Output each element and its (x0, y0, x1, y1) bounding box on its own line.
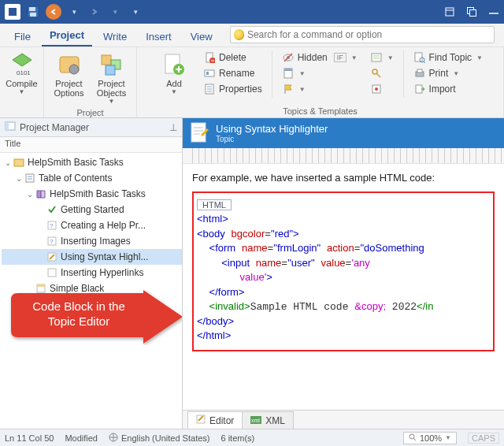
column-header-title[interactable]: Title (0, 137, 182, 153)
import-label: Import (429, 84, 456, 95)
zoom-value: 100% (420, 433, 442, 443)
add-button[interactable]: Add ▼ (154, 50, 194, 97)
tab-view[interactable]: View (183, 28, 220, 46)
svg-rect-27 (372, 54, 381, 61)
delete-button[interactable]: Delete (200, 50, 265, 65)
document-icon (189, 121, 209, 146)
svg-rect-45 (48, 269, 56, 277)
tree-label: HelpSmith Basic Tasks (50, 188, 146, 199)
maximize-icon[interactable] (466, 6, 477, 17)
chevron-down-icon: ▼ (351, 54, 358, 61)
svg-text:?: ? (50, 238, 54, 245)
svg-rect-35 (416, 85, 422, 93)
svg-rect-5 (446, 8, 454, 16)
project-tree[interactable]: ⌄HelpSmith Basic Tasks ⌄Table of Content… (0, 153, 182, 429)
add-label: Add (166, 79, 182, 88)
code-block[interactable]: HTML <html> <body bgcolor="red"> <form n… (192, 191, 495, 351)
svg-point-30 (375, 87, 378, 91)
status-bar: Ln 11 Col 50 Modified English (United St… (0, 429, 504, 446)
status-language[interactable]: English (United States) (109, 433, 210, 444)
context-button[interactable]: ▼ (367, 50, 397, 65)
tree-folder[interactable]: ⌄HelpSmith Basic Tasks (2, 186, 182, 202)
project-objects-button[interactable]: Project Objects ▼ (92, 50, 132, 106)
hidden-label: Hidden (298, 52, 328, 63)
chevron-down-icon: ▼ (476, 54, 483, 61)
project-options-button[interactable]: Project Options (50, 50, 89, 99)
document-title: Using Syntax Highlighter (216, 123, 328, 135)
tab-editor[interactable]: Editor (187, 411, 243, 429)
pin-icon[interactable]: ⊥ (169, 122, 177, 133)
minimize-icon[interactable] (488, 9, 499, 15)
editor-body[interactable]: For example, we have inserted a sample H… (183, 164, 504, 410)
keywords-button[interactable] (367, 66, 397, 80)
tree-topic-2[interactable]: ?Creating a Help Pr... (2, 217, 182, 233)
rename-label: Rename (219, 68, 254, 79)
tab-write[interactable]: Write (95, 28, 135, 46)
tab-editor-label: Editor (209, 415, 234, 426)
svg-text:0101: 0101 (17, 69, 31, 76)
editor-panel: Using Syntax Highlighter Topic For examp… (183, 118, 504, 429)
tab-xml[interactable]: xmlXML (242, 411, 294, 429)
redo-icon[interactable] (87, 4, 102, 20)
compile-button[interactable]: 0101 Compile ▼ (2, 50, 42, 97)
rename-icon (203, 67, 216, 80)
tree-topic-5[interactable]: Inserting Hyperlinks (2, 265, 182, 281)
chevron-down-icon: ▼ (453, 70, 459, 77)
anchors-button[interactable] (367, 82, 397, 96)
print-label: Print (429, 68, 449, 79)
tree-topic-1[interactable]: Getting Started (2, 202, 182, 217)
xml-tab-icon: xml (250, 415, 261, 426)
callout-text-2: Topic Editor (16, 314, 142, 329)
zoom-control[interactable]: 100%▼ (403, 432, 457, 444)
hidden-icon (282, 51, 295, 64)
tree-root[interactable]: ⌄HelpSmith Basic Tasks (2, 154, 182, 170)
qat-customize-icon[interactable]: ▾ (128, 4, 143, 20)
if-badge[interactable]: IF (334, 53, 346, 62)
svg-rect-14 (106, 65, 115, 75)
svg-rect-1 (9, 8, 17, 16)
hidden-button[interactable]: Hidden IF▼ (279, 50, 361, 65)
delete-icon (203, 51, 216, 64)
qat-chevron-down-icon-2[interactable]: ▾ (107, 4, 123, 20)
project-options-icon (57, 52, 82, 77)
tab-insert[interactable]: Insert (138, 28, 180, 46)
undo-icon[interactable] (46, 4, 61, 20)
template-button[interactable]: ▼ (279, 66, 361, 80)
ribbon-options-icon[interactable] (444, 6, 455, 17)
panel-icon (5, 121, 16, 134)
chevron-down-icon: ▼ (171, 88, 177, 95)
project-icon (13, 156, 25, 169)
properties-button[interactable]: Properties (200, 82, 265, 96)
status-flag-button[interactable]: ▼ (279, 82, 361, 96)
rename-button[interactable]: Rename (200, 66, 265, 80)
save-icon[interactable] (25, 4, 41, 20)
chevron-down-icon: ▼ (299, 70, 306, 77)
tree-topic-3[interactable]: ?Inserting Images (2, 233, 182, 249)
callout-arrow: Code Block in the Topic Editor (5, 290, 172, 344)
status-items: 6 item(s) (220, 433, 254, 443)
tab-project[interactable]: Project (42, 26, 92, 46)
project-objects-icon (99, 52, 124, 77)
print-button[interactable]: Print▼ (410, 66, 486, 80)
key-icon (370, 67, 383, 80)
editor-tab-icon (196, 414, 206, 426)
flag-icon (282, 83, 295, 95)
document-subtitle: Topic (216, 135, 328, 143)
project-objects-label: Project Objects (97, 79, 126, 98)
tree-label: Creating a Help Pr... (61, 220, 146, 231)
tree-topic-selected[interactable]: Using Syntax Highl... (2, 249, 182, 265)
topic-icon (46, 266, 58, 279)
find-topic-button[interactable]: Find Topic▼ (410, 50, 486, 65)
qat-chevron-down-icon[interactable]: ▾ (66, 4, 82, 20)
import-button[interactable]: Import (410, 82, 486, 96)
command-search[interactable] (230, 26, 495, 43)
tab-file[interactable]: File (6, 28, 39, 46)
context-icon (370, 51, 383, 64)
svg-rect-19 (205, 70, 214, 76)
svg-text:?: ? (50, 222, 54, 229)
chevron-down-icon: ▼ (19, 88, 25, 95)
ruler[interactable] (183, 148, 504, 164)
command-search-input[interactable] (247, 29, 491, 40)
tree-toc[interactable]: ⌄Table of Contents (2, 170, 182, 186)
topic-edit-icon (46, 251, 58, 263)
